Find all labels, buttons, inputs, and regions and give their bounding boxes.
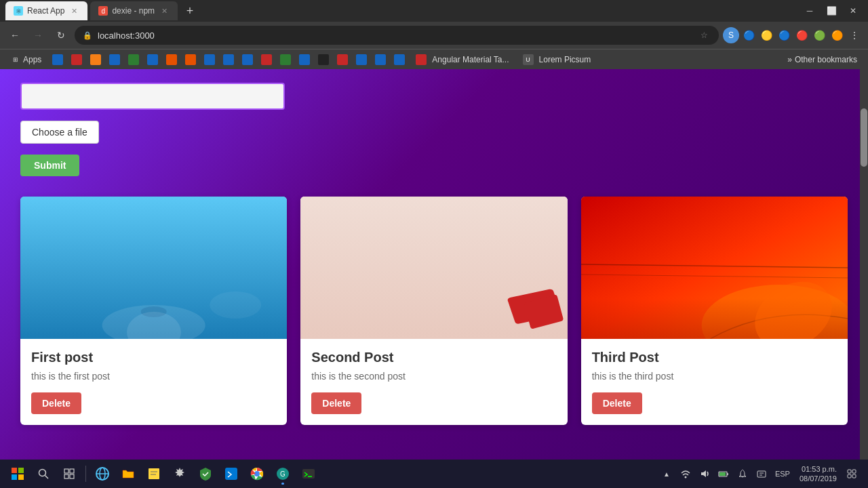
- minimize-button[interactable]: ─: [800, 1, 819, 20]
- notification-icon[interactable]: [734, 466, 751, 482]
- tab-close-dexie[interactable]: ✕: [159, 5, 170, 16]
- profile-icon[interactable]: S: [723, 27, 739, 43]
- bookmark-star-icon[interactable]: ☆: [697, 28, 711, 42]
- bookmark-item-6[interactable]: [125, 53, 142, 66]
- bookmark-item-14[interactable]: [277, 53, 294, 66]
- bookmark-item-2[interactable]: [50, 53, 66, 66]
- ext-icon-3[interactable]: 🔵: [776, 27, 792, 43]
- svg-rect-4: [300, 197, 567, 339]
- folder-icon: [121, 466, 136, 481]
- apps-grid-icon: ⊞: [11, 55, 20, 64]
- ie-icon: [95, 466, 110, 481]
- action-center-icon: [846, 468, 857, 479]
- bookmark-item-13[interactable]: [258, 53, 275, 66]
- back-button[interactable]: ←: [5, 26, 24, 45]
- volume-icon[interactable]: [696, 466, 713, 482]
- svg-rect-44: [848, 474, 851, 478]
- svg-rect-45: [852, 474, 856, 478]
- bookmark-item-9[interactable]: [182, 53, 199, 66]
- card-third-post: Third Post this is the third post Delete: [581, 197, 848, 425]
- bookmark-item-4[interactable]: [87, 53, 104, 66]
- submit-button[interactable]: Submit: [20, 155, 79, 176]
- apps-bookmark-label: Apps: [23, 55, 41, 64]
- start-button[interactable]: [5, 462, 30, 486]
- ext-icon-1[interactable]: 🔵: [741, 27, 757, 43]
- close-button[interactable]: ✕: [844, 1, 863, 20]
- bookmark-item-7[interactable]: [144, 53, 161, 66]
- tray-ime-icon[interactable]: [753, 466, 770, 482]
- svg-point-34: [684, 476, 686, 479]
- maximize-button[interactable]: ⬜: [822, 1, 841, 20]
- ext-icon-4[interactable]: 🔴: [793, 27, 810, 43]
- chrome-icon: [250, 466, 264, 481]
- address-bar[interactable]: 🔒 localhost:3000 ☆: [75, 26, 719, 45]
- forward-button[interactable]: →: [28, 26, 47, 45]
- delete-button-1[interactable]: Delete: [31, 392, 81, 414]
- battery-icon[interactable]: [715, 466, 732, 482]
- task-view-button[interactable]: [57, 462, 81, 486]
- browser-menu-icon[interactable]: ⋮: [846, 27, 863, 43]
- svg-rect-16: [64, 469, 68, 473]
- taskbar-internet-explorer[interactable]: [90, 462, 115, 486]
- tab-dexie[interactable]: d dexie - npm ✕: [90, 1, 178, 20]
- bookmark-item-10[interactable]: [201, 53, 218, 66]
- bookmark-item-19[interactable]: [372, 53, 389, 66]
- bookmark-lorem-picsum[interactable]: U Lorem Picsum: [517, 53, 597, 66]
- ext-icon-2[interactable]: 🟡: [758, 27, 774, 43]
- card-first-post: First post this is the first post Delete: [20, 197, 287, 425]
- vscode-icon: [224, 466, 239, 481]
- taskbar-terminal[interactable]: [296, 462, 321, 486]
- bookmark-item-20[interactable]: [391, 53, 408, 66]
- svg-point-3: [141, 306, 167, 317]
- tray-arrow-icon[interactable]: ▲: [658, 466, 675, 482]
- taskbar-folder[interactable]: [116, 462, 140, 486]
- bookmark-item-3[interactable]: [68, 53, 85, 66]
- card-description-3: this is the third post: [592, 371, 837, 382]
- delete-button-3[interactable]: Delete: [592, 392, 642, 414]
- bookmark-angular-material[interactable]: Angular Material Ta...: [410, 53, 514, 66]
- tab-close-react[interactable]: ✕: [68, 5, 79, 16]
- scrollbar[interactable]: [860, 69, 868, 460]
- ext-icon-5[interactable]: 🟢: [811, 27, 827, 43]
- file-input-area[interactable]: [20, 83, 285, 110]
- other-bookmarks-button[interactable]: » Other bookmarks: [782, 54, 863, 66]
- new-tab-button[interactable]: +: [180, 1, 199, 20]
- cards-container: First post this is the first post Delete: [20, 197, 848, 425]
- bookmark-item-18[interactable]: [353, 53, 370, 66]
- taskbar-clock[interactable]: 01:53 p.m. 08/07/2019: [795, 464, 841, 484]
- choose-file-button[interactable]: Choose a file: [20, 121, 99, 144]
- svg-rect-27: [225, 468, 237, 480]
- refresh-button[interactable]: ↻: [52, 26, 71, 45]
- speaker-icon: [699, 468, 710, 479]
- ext-icon-6[interactable]: 🟠: [829, 27, 845, 43]
- bookmark-item-15[interactable]: [296, 53, 313, 66]
- taskbar-chrome[interactable]: [245, 462, 269, 486]
- delete-button-2[interactable]: Delete: [311, 392, 361, 414]
- taskbar-settings[interactable]: [167, 462, 192, 486]
- bookmark-item-16[interactable]: [315, 53, 332, 66]
- scrollbar-thumb[interactable]: [861, 108, 867, 167]
- taskbar-gitkraken[interactable]: G: [271, 462, 295, 486]
- search-icon: [38, 468, 49, 479]
- taskbar: G ▲: [0, 460, 868, 488]
- card-image-3: [581, 197, 848, 339]
- taskbar-antivirus[interactable]: [193, 462, 218, 486]
- taskbar-vscode[interactable]: [219, 462, 243, 486]
- extension-icons: S 🔵 🟡 🔵 🔴 🟢 🟠 ⋮: [723, 27, 863, 43]
- taskbar-notes[interactable]: [142, 462, 166, 486]
- bookmarks-apps[interactable]: ⊞ Apps: [5, 54, 47, 66]
- card-description-2: this is the second post: [311, 371, 556, 382]
- bookmark-item-12[interactable]: [239, 53, 256, 66]
- bookmark-item-5[interactable]: [106, 53, 123, 66]
- tab-react-app[interactable]: ⚛ React App ✕: [5, 1, 87, 20]
- bookmark-item-17[interactable]: [334, 53, 351, 66]
- language-indicator[interactable]: ESP: [772, 470, 793, 478]
- bookmark-item-11[interactable]: [220, 53, 237, 66]
- svg-rect-11: [18, 468, 24, 473]
- tab-react-label: React App: [27, 6, 64, 16]
- svg-rect-18: [64, 474, 68, 479]
- bookmark-item-8[interactable]: [163, 53, 180, 66]
- search-button[interactable]: [31, 462, 56, 486]
- action-center-icon[interactable]: [844, 466, 860, 482]
- network-icon[interactable]: [677, 466, 694, 482]
